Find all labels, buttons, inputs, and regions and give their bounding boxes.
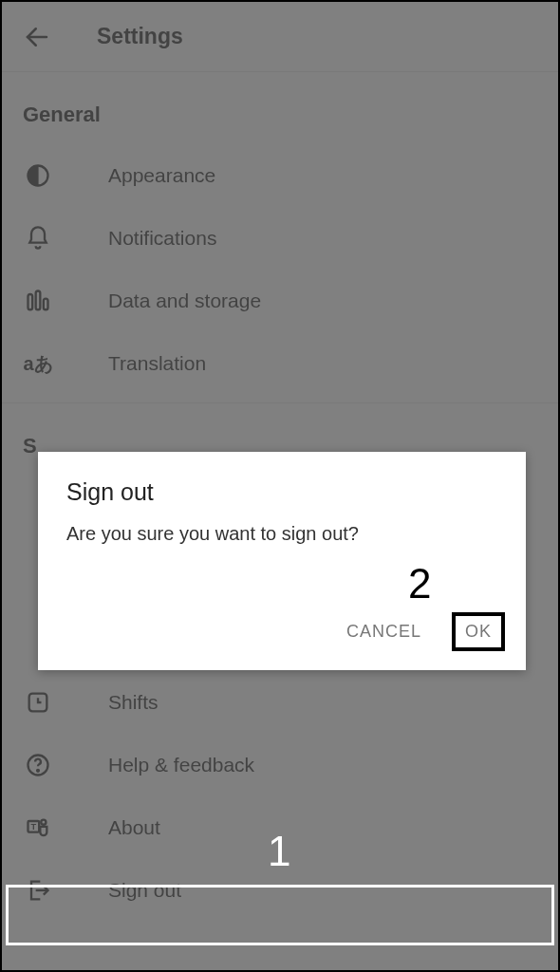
- dialog-actions: CANCEL OK: [333, 612, 505, 651]
- dialog-title: Sign out: [66, 478, 497, 506]
- ok-button[interactable]: OK: [465, 622, 492, 642]
- ok-highlight-box: OK: [452, 612, 505, 651]
- dialog-message: Are you sure you want to sign out?: [66, 523, 497, 545]
- signout-dialog: Sign out Are you sure you want to sign o…: [38, 452, 526, 670]
- cancel-button[interactable]: CANCEL: [333, 612, 435, 651]
